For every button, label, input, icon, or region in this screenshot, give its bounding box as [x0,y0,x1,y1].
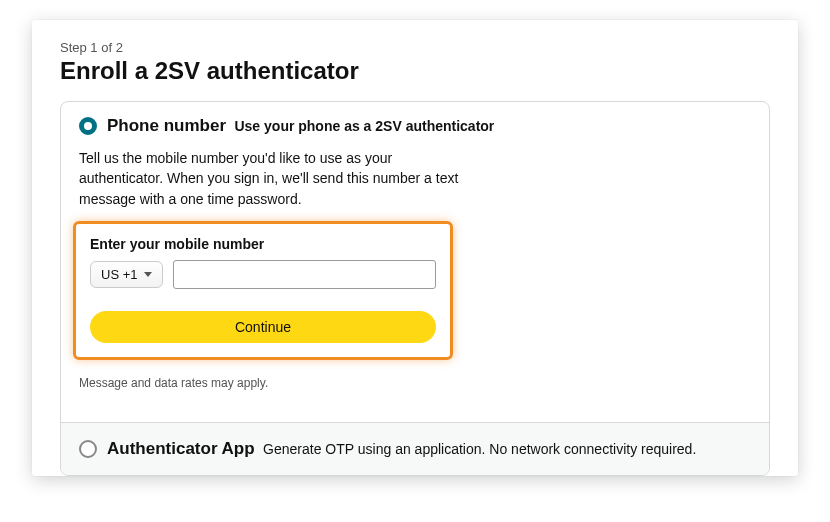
option-phone-description: Tell us the mobile number you'd like to … [79,148,459,209]
country-code-value: US +1 [101,267,138,282]
mobile-number-label: Enter your mobile number [90,236,436,252]
option-phone-header[interactable]: Phone number Use your phone as a 2SV aut… [79,116,751,136]
continue-button[interactable]: Continue [90,311,436,343]
option-phone-title: Phone number [107,116,226,135]
country-code-select[interactable]: US +1 [90,261,163,288]
option-authenticator-app[interactable]: Authenticator App Generate OTP using an … [61,422,769,475]
mobile-number-row: US +1 [90,260,436,289]
page-title: Enroll a 2SV authenticator [60,57,770,85]
rates-disclaimer: Message and data rates may apply. [79,376,751,390]
authenticator-options: Phone number Use your phone as a 2SV aut… [60,101,770,476]
phone-entry-highlight: Enter your mobile number US +1 Continue [73,221,453,360]
option-app-title: Authenticator App [107,439,255,458]
option-phone-subtitle: Use your phone as a 2SV authenticator [234,118,494,134]
option-phone-number[interactable]: Phone number Use your phone as a 2SV aut… [61,102,769,422]
radio-selected-icon[interactable] [79,117,97,135]
radio-unselected-icon[interactable] [79,440,97,458]
option-app-header[interactable]: Authenticator App Generate OTP using an … [79,439,751,459]
mobile-number-input[interactable] [173,260,437,289]
step-indicator: Step 1 of 2 [60,40,770,55]
enroll-2sv-card: Step 1 of 2 Enroll a 2SV authenticator P… [32,20,798,476]
chevron-down-icon [144,272,152,277]
option-app-subtitle: Generate OTP using an application. No ne… [263,441,696,457]
